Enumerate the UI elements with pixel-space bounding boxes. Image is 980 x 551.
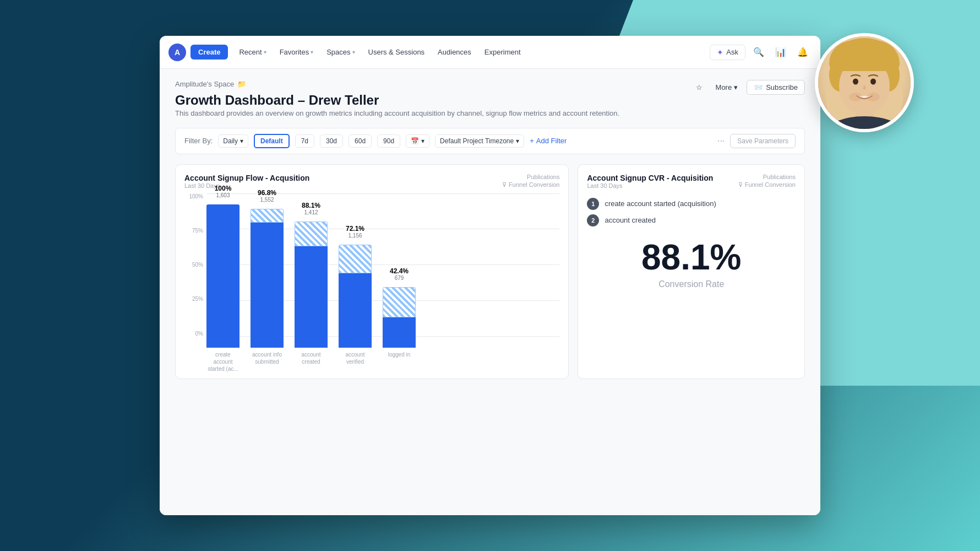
svg-point-8 <box>867 93 880 101</box>
create-button[interactable]: Create <box>190 45 228 60</box>
chevron-down-icon: ▾ <box>311 49 313 55</box>
chart2-meta: Publications ⊽ Funnel Conversion <box>738 174 796 188</box>
filter-pill-30d[interactable]: 30d <box>320 134 343 148</box>
filter-pill-7d[interactable]: 7d <box>295 134 314 148</box>
bar-chart-area: 100% 75% 50% 25% 0% <box>184 193 559 370</box>
bar1-pct: 100% <box>215 185 232 192</box>
avatar-face <box>818 36 911 129</box>
filter-by-label: Filter By: <box>184 137 213 145</box>
bar1-xlabel: create account started (ac... <box>206 351 239 372</box>
ask-button[interactable]: ✦ Ask <box>710 45 745 60</box>
bar-1: 100% 1,603 <box>206 204 239 348</box>
more-button[interactable]: More ▾ <box>711 80 743 94</box>
filter-pill-default[interactable]: Default <box>254 134 290 148</box>
svg-point-6 <box>870 79 876 85</box>
calendar-picker[interactable]: 📅 ▾ <box>406 134 429 148</box>
cvr-step-1: 1 create account started (acquisition) <box>587 198 796 210</box>
step-number-1: 1 <box>587 198 599 210</box>
chart1-funnel: ⊽ Funnel Conversion <box>502 181 559 188</box>
bar-3: 88.1% 1,412 <box>295 222 328 348</box>
bar-4: 72.1% 1,156 <box>339 245 372 348</box>
body: Amplitude's Space 📁 ☆ More ▾ 📨 Subscribe… <box>160 69 820 515</box>
y-label-75: 75% <box>192 228 203 234</box>
charts-row: Account Signup Flow - Acqusition Last 30… <box>175 164 805 379</box>
chart1-title-group: Account Signup Flow - Acqusition Last 30… <box>184 174 309 189</box>
bar5-xlabel: logged in <box>383 351 416 372</box>
nav-recent[interactable]: Recent ▾ <box>235 45 270 60</box>
bar1-solid <box>206 204 239 348</box>
plus-icon: + <box>530 137 534 145</box>
nav-experiment[interactable]: Experiment <box>480 45 525 60</box>
step-number-2: 2 <box>587 214 599 226</box>
search-button[interactable]: 🔍 <box>750 44 767 61</box>
chart2-publications: Publications <box>763 174 796 180</box>
nav-spaces[interactable]: Spaces ▾ <box>322 45 359 60</box>
bar2-xlabel: account info submitted <box>251 351 284 372</box>
y-label-25: 25% <box>192 296 203 302</box>
avatar-svg <box>818 36 911 129</box>
bar4-xlabel: account verified <box>339 351 372 372</box>
header: A Create Recent ▾ Favorites ▾ Spaces ▾ U… <box>160 36 820 69</box>
svg-point-5 <box>853 79 858 85</box>
main-window: A Create Recent ▾ Favorites ▾ Spaces ▾ U… <box>160 36 820 515</box>
granularity-select[interactable]: Daily ▾ <box>218 134 248 148</box>
chart2-title-group: Account Signup CVR - Acquisition Last 30… <box>587 174 713 189</box>
bar2-count: 1,552 <box>258 197 276 203</box>
chart1-header: Account Signup Flow - Acqusition Last 30… <box>184 174 559 189</box>
filter-pill-90d[interactable]: 90d <box>377 134 400 148</box>
folder-icon: 📁 <box>237 80 246 88</box>
bar3-pct: 88.1% <box>302 202 320 209</box>
y-label-50: 50% <box>192 262 203 268</box>
content-header: Amplitude's Space 📁 ☆ More ▾ 📨 Subscribe <box>175 80 805 88</box>
page-description: This dashboard provides an overview on g… <box>175 108 805 119</box>
filter-bar: Filter By: Daily ▾ Default 7d 30d 60d 90… <box>175 128 805 154</box>
y-label-0: 0% <box>195 331 203 337</box>
subscribe-icon: 📨 <box>754 83 763 91</box>
bar5-count: 679 <box>390 275 409 281</box>
nav-users-sessions[interactable]: Users & Sessions <box>364 45 429 60</box>
chevron-down-icon: ▾ <box>516 137 519 145</box>
chart1-publications: Publications <box>527 174 559 180</box>
bar4-pct: 72.1% <box>346 225 364 233</box>
funnel-icon: ⊽ <box>738 181 743 188</box>
star-button[interactable]: ☆ <box>692 80 707 94</box>
chart2-subtitle: Last 30 Days <box>587 182 713 189</box>
y-label-100: 100% <box>189 193 203 199</box>
more-options-button[interactable]: ··· <box>717 136 725 146</box>
sparkle-icon: ✦ <box>717 48 723 57</box>
chart-icon-button[interactable]: 📊 <box>772 44 790 61</box>
chart1-title: Account Signup Flow - Acqusition <box>184 174 309 182</box>
timezone-select[interactable]: Default Project Timezone ▾ <box>435 134 524 148</box>
bar-5: 42.4% 679 <box>383 287 416 348</box>
logo-button[interactable]: A <box>168 44 186 61</box>
chart2-funnel: ⊽ Funnel Conversion <box>738 181 796 188</box>
calendar-icon: 📅 <box>411 137 419 145</box>
subscribe-button[interactable]: 📨 Subscribe <box>747 80 805 95</box>
cvr-label: Conversion Rate <box>587 279 796 289</box>
chevron-down-icon: ▾ <box>240 137 243 145</box>
chevron-down-icon: ▾ <box>264 49 266 55</box>
bell-icon-button[interactable]: 🔔 <box>794 44 812 61</box>
chart2-header: Account Signup CVR - Acquisition Last 30… <box>587 174 796 189</box>
chevron-down-icon: ▾ <box>734 83 738 91</box>
chart1-meta: Publications ⊽ Funnel Conversion <box>502 174 559 188</box>
chart2-title: Account Signup CVR - Acquisition <box>587 174 713 182</box>
funnel-chart-card: Account Signup Flow - Acqusition Last 30… <box>175 164 569 379</box>
content-area: Amplitude's Space 📁 ☆ More ▾ 📨 Subscribe… <box>160 69 820 515</box>
dashboard-actions: ☆ More ▾ 📨 Subscribe <box>692 80 805 95</box>
cvr-value: 88.1% <box>587 240 796 275</box>
add-filter-button[interactable]: + Add Filter <box>530 137 567 145</box>
funnel-icon: ⊽ <box>502 181 507 188</box>
nav-audiences[interactable]: Audiences <box>433 45 476 60</box>
bar3-xlabel: account created <box>295 351 328 372</box>
filter-pill-60d[interactable]: 60d <box>349 134 372 148</box>
nav-favorites[interactable]: Favorites ▾ <box>275 45 318 60</box>
save-parameters-button[interactable]: Save Parameters <box>730 134 796 148</box>
bar-2: 96.8% 1,552 <box>251 209 284 348</box>
bar4-count: 1,156 <box>346 233 364 239</box>
user-avatar <box>815 33 914 132</box>
cvr-steps: 1 create account started (acquisition) 2… <box>587 198 796 226</box>
chevron-down-icon: ▾ <box>352 49 355 55</box>
cvr-step-2: 2 account created <box>587 214 796 226</box>
cvr-chart-card: Account Signup CVR - Acquisition Last 30… <box>578 164 805 379</box>
